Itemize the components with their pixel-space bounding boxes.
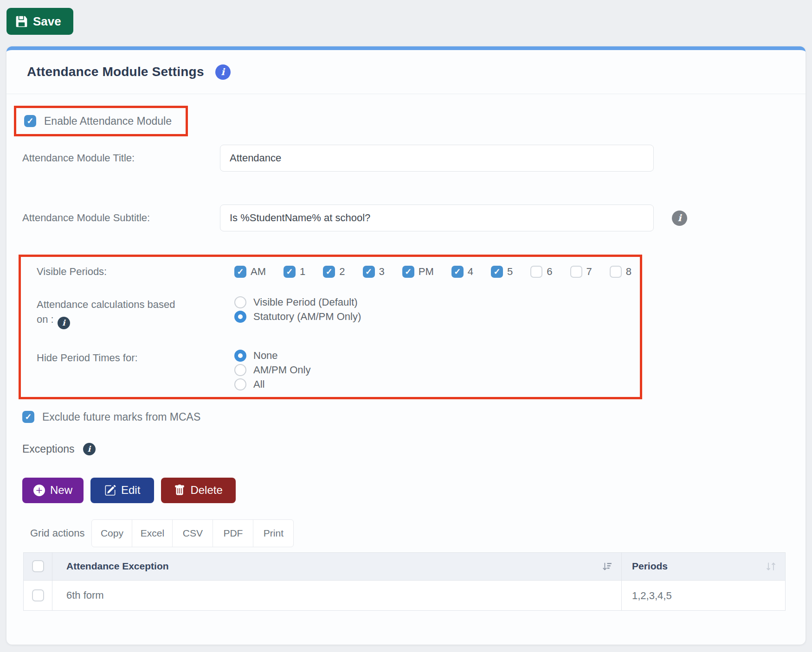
tab-pdf[interactable]: PDF bbox=[213, 519, 253, 547]
period-1-checkbox[interactable] bbox=[284, 266, 296, 278]
grid-actions-label: Grid actions bbox=[30, 527, 84, 539]
period-option-8[interactable]: 8 bbox=[610, 266, 632, 278]
period-5-checkbox[interactable] bbox=[491, 266, 503, 278]
grid-actions-bar: Grid actions Copy Excel CSV PDF Print bbox=[30, 519, 806, 547]
column-header-periods[interactable]: Periods bbox=[632, 561, 668, 572]
exception-action-buttons: New Edit Delete bbox=[22, 478, 806, 503]
plus-circle-icon bbox=[33, 485, 45, 496]
period-4-checkbox[interactable] bbox=[451, 266, 464, 278]
tab-print[interactable]: Print bbox=[253, 519, 294, 547]
sort-down-icon[interactable] bbox=[601, 561, 613, 572]
pencil-square-icon bbox=[104, 485, 116, 496]
page-title: Attendance Module Settings bbox=[27, 64, 204, 79]
period-option-2[interactable]: 2 bbox=[323, 266, 345, 278]
period-option-3[interactable]: 3 bbox=[363, 266, 385, 278]
tab-csv[interactable]: CSV bbox=[172, 519, 213, 547]
module-subtitle-label: Attendance Module Subtitle: bbox=[22, 205, 220, 225]
calculations-label: Attendance calculations based on :i bbox=[37, 296, 234, 329]
attendance-settings-card: Attendance Module Settings i Enable Atte… bbox=[6, 46, 806, 645]
period-option-am[interactable]: AM bbox=[234, 266, 266, 278]
exceptions-heading: Exceptions i bbox=[22, 443, 806, 455]
tab-copy[interactable]: Copy bbox=[91, 519, 132, 547]
new-button[interactable]: New bbox=[22, 478, 84, 503]
period-6-checkbox[interactable] bbox=[530, 266, 542, 278]
module-title-label: Attendance Module Title: bbox=[22, 145, 220, 166]
hide-option-ampm[interactable]: AM/PM Only bbox=[234, 364, 310, 376]
card-header: Attendance Module Settings i bbox=[6, 50, 806, 94]
module-subtitle-row: Attendance Module Subtitle: i bbox=[6, 205, 806, 231]
trash-icon bbox=[174, 485, 185, 496]
exceptions-label: Exceptions bbox=[22, 443, 75, 455]
period-option-5[interactable]: 5 bbox=[491, 266, 513, 278]
calculations-options: Visible Period (Default) Statutory (AM/P… bbox=[234, 296, 361, 323]
module-title-input[interactable] bbox=[220, 145, 654, 172]
edit-button[interactable]: Edit bbox=[90, 478, 154, 503]
table-header-row: Attendance Exception Periods bbox=[24, 552, 786, 580]
period-3-checkbox[interactable] bbox=[363, 266, 375, 278]
hide-period-times-options: None AM/PM Only All bbox=[234, 350, 310, 390]
period-pm-checkbox[interactable] bbox=[402, 266, 414, 278]
enable-attendance-checkbox[interactable] bbox=[24, 115, 36, 127]
enable-attendance-highlight: Enable Attendance Module bbox=[14, 106, 188, 136]
period-option-pm[interactable]: PM bbox=[402, 266, 434, 278]
period-option-4[interactable]: 4 bbox=[451, 266, 473, 278]
exclude-mcas-row: Exclude future marks from MCAS bbox=[22, 411, 806, 423]
period-option-6[interactable]: 6 bbox=[530, 266, 552, 278]
period-am-checkbox[interactable] bbox=[234, 266, 246, 278]
period-2-checkbox[interactable] bbox=[323, 266, 335, 278]
save-button[interactable]: Save bbox=[6, 8, 73, 35]
period-option-7[interactable]: 7 bbox=[570, 266, 592, 278]
calculations-row: Attendance calculations based on :i Visi… bbox=[22, 296, 640, 329]
periods-settings-highlight: Visible Periods: AM 1 2 3 PM 4 5 6 7 8 A… bbox=[19, 255, 642, 399]
calc-option-statutory[interactable]: Statutory (AM/PM Only) bbox=[234, 311, 361, 323]
save-floppy-icon bbox=[15, 15, 28, 28]
hide-period-times-label: Hide Period Times for: bbox=[37, 350, 234, 365]
table-row[interactable]: 6th form 1,2,3,4,5 bbox=[24, 580, 786, 610]
sort-up-down-icon[interactable] bbox=[765, 561, 777, 572]
statutory-radio[interactable] bbox=[234, 311, 246, 323]
visible-periods-row: Visible Periods: AM 1 2 3 PM 4 5 6 7 8 bbox=[22, 263, 640, 279]
select-all-checkbox[interactable] bbox=[32, 560, 44, 572]
hide-option-none[interactable]: None bbox=[234, 350, 310, 362]
all-radio[interactable] bbox=[234, 378, 246, 390]
exceptions-info-icon[interactable]: i bbox=[83, 443, 96, 455]
period-8-checkbox[interactable] bbox=[610, 266, 622, 278]
exclude-mcas-checkbox[interactable] bbox=[22, 411, 34, 423]
hide-period-times-row: Hide Period Times for: None AM/PM Only A… bbox=[22, 350, 640, 390]
ampm-only-radio[interactable] bbox=[234, 364, 246, 376]
visible-periods-label: Visible Periods: bbox=[37, 263, 234, 279]
exception-name-cell: 6th form bbox=[52, 589, 621, 601]
visible-periods-options: AM 1 2 3 PM 4 5 6 7 8 bbox=[234, 265, 632, 278]
tab-excel[interactable]: Excel bbox=[132, 519, 173, 547]
period-7-checkbox[interactable] bbox=[570, 266, 582, 278]
enable-attendance-label: Enable Attendance Module bbox=[44, 115, 172, 128]
calc-option-visible-period[interactable]: Visible Period (Default) bbox=[234, 296, 361, 308]
exception-periods-cell: 1,2,3,4,5 bbox=[622, 589, 785, 602]
none-radio[interactable] bbox=[234, 350, 246, 362]
calculations-info-icon[interactable]: i bbox=[58, 317, 70, 329]
period-option-1[interactable]: 1 bbox=[284, 266, 305, 278]
subtitle-info-icon[interactable]: i bbox=[672, 211, 687, 226]
save-button-label: Save bbox=[33, 14, 61, 29]
module-subtitle-input[interactable] bbox=[220, 205, 654, 231]
hide-option-all[interactable]: All bbox=[234, 378, 310, 390]
title-info-icon[interactable]: i bbox=[215, 64, 231, 80]
delete-button[interactable]: Delete bbox=[161, 478, 235, 503]
exclude-mcas-label: Exclude future marks from MCAS bbox=[42, 411, 200, 423]
exceptions-table: Attendance Exception Periods 6th form 1,… bbox=[23, 552, 786, 611]
column-header-exception[interactable]: Attendance Exception bbox=[66, 561, 169, 572]
visible-period-radio[interactable] bbox=[234, 296, 246, 308]
row-select-checkbox[interactable] bbox=[32, 589, 44, 601]
module-title-row: Attendance Module Title: bbox=[6, 145, 806, 172]
